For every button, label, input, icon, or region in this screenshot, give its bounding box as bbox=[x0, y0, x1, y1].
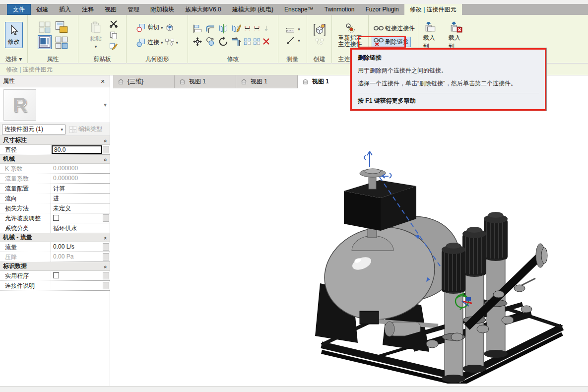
property-row-2-0: 流量0.00 L/s bbox=[0, 242, 110, 252]
copy-icon[interactable] bbox=[109, 31, 118, 40]
family-category-icon[interactable] bbox=[55, 20, 68, 34]
scale-icon[interactable] bbox=[253, 38, 261, 45]
property-value[interactable]: 计算 bbox=[51, 184, 110, 193]
rotate-icon[interactable] bbox=[218, 36, 229, 47]
delete-link-button[interactable]: 删除链接 bbox=[372, 37, 411, 47]
create-component-icon[interactable] bbox=[313, 23, 326, 36]
property-value[interactable] bbox=[51, 281, 102, 290]
solid-cube-icon[interactable] bbox=[165, 23, 175, 33]
collapse-chevron-icon[interactable]: « bbox=[103, 139, 109, 141]
checkbox-unchecked[interactable] bbox=[53, 215, 59, 221]
panel-create-label: 创建 bbox=[307, 55, 331, 64]
property-value[interactable]: 0.00 L/s bbox=[51, 242, 102, 252]
menu-item-7[interactable]: 族库大师V6.0 bbox=[180, 4, 227, 15]
drawing-area[interactable] bbox=[113, 88, 588, 386]
window-top-strip bbox=[0, 0, 588, 4]
collapse-chevron-icon[interactable]: « bbox=[103, 236, 109, 238]
view-tab-0[interactable]: {三维} bbox=[113, 75, 175, 88]
view-home-icon bbox=[302, 78, 309, 85]
panel-properties: 属性 bbox=[28, 15, 78, 64]
property-row-1-5: 允许坡度调整 bbox=[0, 213, 110, 223]
type-preview: R ▾ bbox=[0, 87, 110, 123]
tooltip-title: 删除链接 bbox=[358, 54, 539, 62]
preview-dropdown-icon[interactable]: ▾ bbox=[104, 101, 107, 108]
menu-item-5[interactable]: 管理 bbox=[122, 4, 145, 15]
offset-icon[interactable] bbox=[205, 23, 216, 34]
menu-item-10[interactable]: Twinmotion bbox=[319, 4, 360, 15]
paste-icon bbox=[89, 21, 102, 34]
collapse-chevron-icon[interactable]: « bbox=[103, 158, 109, 160]
link-connector-icon bbox=[374, 25, 384, 31]
split-gap-icon[interactable] bbox=[253, 25, 261, 32]
modify-tool-button[interactable]: 修改 bbox=[5, 22, 23, 48]
view-tab-1[interactable]: 视图 1 bbox=[175, 75, 236, 88]
menu-item-2[interactable]: 插入 bbox=[54, 4, 76, 15]
associate-parameter-button[interactable] bbox=[103, 253, 109, 261]
property-value[interactable]: 循环供水 bbox=[51, 223, 110, 233]
array-icon[interactable] bbox=[244, 38, 251, 45]
menu-item-8[interactable]: 建模大师 (机电) bbox=[227, 4, 279, 15]
align-icon[interactable] bbox=[192, 23, 203, 34]
load-into-project-button[interactable]: 载入到 bbox=[420, 18, 441, 53]
join-geometry-button[interactable]: 连接▾ ▾ bbox=[134, 37, 180, 49]
measure-icon[interactable] bbox=[285, 36, 296, 46]
paste-button[interactable]: 粘贴 ▾ bbox=[86, 19, 105, 51]
property-value[interactable]: 进 bbox=[51, 194, 110, 203]
section-header-3[interactable]: 标识数据« bbox=[0, 262, 110, 271]
split-element-icon[interactable] bbox=[244, 25, 251, 32]
menu-item-9[interactable]: Enscape™ bbox=[279, 4, 319, 15]
checkbox-unchecked[interactable] bbox=[53, 272, 59, 278]
trim-extend-icon[interactable] bbox=[231, 36, 242, 47]
view-tab-2[interactable]: 视图 1 bbox=[236, 75, 298, 88]
load-into-project-close-button[interactable]: 载入到 bbox=[446, 18, 466, 53]
reassign-primary-icon bbox=[344, 22, 356, 34]
section-title: 机械 bbox=[3, 155, 15, 163]
associate-parameter-button[interactable] bbox=[103, 282, 109, 289]
menu-item-6[interactable]: 附加模块 bbox=[145, 4, 180, 15]
property-value[interactable]: 80.0 bbox=[51, 145, 102, 154]
section-header-1[interactable]: 机械« bbox=[0, 155, 110, 164]
associate-parameter-button[interactable] bbox=[103, 243, 109, 251]
link-connector-button[interactable]: 链接连接件 bbox=[372, 23, 417, 34]
mirror-icon[interactable] bbox=[218, 23, 229, 34]
match-properties-icon[interactable] bbox=[109, 42, 118, 51]
property-value[interactable] bbox=[51, 271, 102, 280]
delete-icon[interactable] bbox=[262, 38, 270, 45]
property-label: 流量配置 bbox=[0, 184, 51, 193]
menu-item-0[interactable]: 文件 bbox=[7, 4, 31, 15]
associate-parameter-button[interactable] bbox=[103, 214, 109, 222]
cut-geometry-button[interactable]: 剪切▾ bbox=[134, 22, 177, 34]
move-icon[interactable] bbox=[192, 36, 203, 47]
edit-type-button[interactable]: 编辑类型 bbox=[67, 125, 104, 134]
panel-select-label[interactable]: 选择 ▾ bbox=[0, 55, 27, 64]
associate-parameter-button[interactable] bbox=[103, 146, 109, 153]
focused-value-field[interactable]: 80.0 bbox=[52, 145, 102, 154]
unpin-icon[interactable] bbox=[262, 25, 270, 32]
property-value[interactable]: 未定义 bbox=[51, 203, 110, 213]
family-parameters-icon[interactable] bbox=[55, 36, 68, 50]
delete-link-tooltip: 删除链接 用于删除两个连接件之间的链接。 选择一个连接件，单击“删除链接”，然后… bbox=[350, 48, 546, 111]
menu-item-1[interactable]: 创建 bbox=[31, 4, 54, 15]
panel-create: 创建 bbox=[307, 15, 332, 64]
menu-item-3[interactable]: 注释 bbox=[76, 4, 99, 15]
reassign-primary-button[interactable]: 重新指定 主连接件 bbox=[338, 35, 362, 48]
ruler-icon[interactable] bbox=[285, 25, 296, 34]
menu-item-4[interactable]: 视图 bbox=[99, 4, 122, 15]
section-header-2[interactable]: 机械 - 流量« bbox=[0, 233, 110, 242]
menu-item-11[interactable]: Fuzor Plugin bbox=[360, 4, 404, 15]
view-home-icon bbox=[117, 78, 125, 85]
property-value[interactable] bbox=[51, 213, 102, 223]
type-selector-dropdown[interactable]: 连接件图元 (1) ▾ bbox=[2, 125, 65, 134]
properties-toggle-icon[interactable] bbox=[38, 35, 52, 49]
copy-move-icon[interactable] bbox=[205, 36, 216, 47]
create-similar-icon[interactable] bbox=[314, 38, 325, 47]
associate-parameter-button[interactable] bbox=[103, 272, 109, 279]
mirror-draw-icon[interactable] bbox=[231, 23, 242, 34]
section-header-0[interactable]: 尺寸标注« bbox=[0, 136, 110, 145]
context-tab-modify-connector[interactable]: 修改 | 连接件图元 bbox=[404, 4, 462, 15]
collapse-chevron-icon[interactable]: « bbox=[103, 265, 109, 267]
properties-close-icon[interactable]: × bbox=[99, 77, 107, 85]
family-types-icon[interactable] bbox=[38, 21, 51, 34]
connector-utility-icon[interactable] bbox=[165, 38, 175, 48]
cut-scissors-icon[interactable] bbox=[109, 19, 118, 28]
